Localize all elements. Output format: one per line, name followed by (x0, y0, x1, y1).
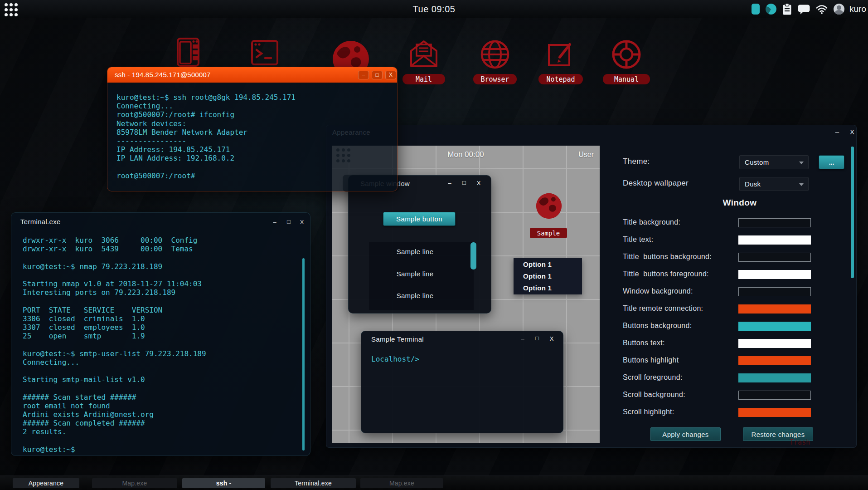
color-swatch[interactable] (738, 218, 811, 227)
taskbar-item-map[interactable]: Map.exe (360, 478, 443, 488)
sample-terminal-title: Sample Terminal (371, 335, 424, 343)
color-row-label: Scroll foreground: (623, 373, 683, 382)
minimize-button[interactable]: – (833, 128, 842, 136)
sample-context-menu: Option 1 Option 1 Option 1 (514, 258, 582, 294)
user-avatar[interactable] (834, 4, 844, 15)
lifebuoy-icon[interactable] (609, 37, 644, 74)
color-swatch[interactable] (738, 270, 811, 279)
color-swatch[interactable] (738, 235, 811, 245)
theme-dropdown[interactable]: Custom (739, 155, 809, 169)
trash-icon-label[interactable]: Trash (790, 438, 810, 446)
color-swatch[interactable] (738, 391, 811, 400)
apply-changes-button[interactable]: Apply changes (650, 427, 721, 441)
terminal-output: drwxr-xr-x kuro 3066 00:00 Config drwxr-… (23, 236, 206, 454)
close-button[interactable]: X (547, 335, 556, 342)
pencil-note-icon[interactable] (543, 37, 578, 74)
terminal-window: Terminal.exe – □ X drwxr-xr-x kuro 3066 … (11, 212, 310, 456)
settings-scrollbar[interactable] (851, 147, 854, 278)
minimize-button[interactable]: – (518, 335, 527, 342)
maximize-button[interactable]: □ (372, 71, 383, 79)
color-row-label: Title remote connection: (623, 304, 703, 313)
status-square-icon[interactable] (752, 4, 760, 15)
sample-icon-label[interactable]: Sample (530, 228, 567, 238)
color-row-label: Buttons background: (623, 322, 692, 330)
system-tray: kuro (752, 0, 866, 18)
color-row-label: Tittle buttons background: (623, 253, 712, 261)
wifi-icon[interactable] (816, 5, 828, 14)
taskbar-item-ssh[interactable]: ssh - (182, 478, 265, 488)
color-row-label: Window background: (623, 287, 693, 295)
close-button[interactable]: X (297, 219, 306, 225)
taskbar-item-appearance[interactable]: Appearance (13, 478, 79, 488)
sample-list: Sample line Sample line Sample line (369, 242, 474, 310)
browse-button[interactable]: ... (819, 155, 844, 169)
sample-terminal-prompt: Localhost/> (371, 355, 419, 363)
desktop-icon-label[interactable]: Manual (603, 74, 650, 84)
desktop-icon-label[interactable]: Mail (402, 74, 445, 84)
app-window-icon[interactable] (174, 37, 203, 69)
color-swatch[interactable] (738, 287, 811, 296)
close-button[interactable]: X (848, 128, 857, 136)
taskbar-item-terminal[interactable]: Terminal.exe (271, 478, 356, 488)
minimize-button[interactable]: – (270, 219, 279, 225)
ssh-terminal-output: kuro@test:~$ ssh root@g8gk 194.85.245.17… (116, 93, 296, 180)
color-row-label: Scroll highlight: (623, 408, 674, 416)
sample-list-item[interactable]: Sample line (363, 292, 467, 299)
chat-icon[interactable] (798, 4, 810, 15)
maximize-button[interactable]: □ (533, 335, 542, 342)
desktop-icon-label[interactable]: Browser (473, 74, 517, 84)
top-bar: Tue 09:05 kuro (0, 0, 868, 18)
color-row-label: Title text: (623, 235, 654, 244)
sample-list-item[interactable]: Sample line (363, 248, 467, 255)
window-title: Terminal.exe (20, 218, 61, 225)
sample-globe-icon[interactable] (535, 192, 563, 222)
terminal-icon[interactable] (250, 39, 280, 68)
clipboard-icon[interactable] (782, 3, 792, 15)
desktop-icon-label[interactable]: Notepad (538, 74, 583, 84)
status-pie-icon[interactable] (766, 4, 776, 15)
sample-list-item[interactable]: Sample line (363, 270, 467, 278)
ssh-window: ssh - 194.85.245.171@500007 – □ X kuro@t… (107, 67, 398, 191)
color-swatch[interactable] (738, 322, 811, 331)
username-label: kuro (849, 4, 866, 14)
preview-clock: Mon 00:00 (447, 150, 484, 159)
theme-value: Custom (745, 158, 769, 166)
sample-scrollbar[interactable] (470, 242, 476, 270)
taskbar-item-map[interactable]: Map.exe (92, 478, 177, 488)
terminal-scrollbar[interactable] (302, 258, 305, 451)
ssh-titlebar[interactable]: ssh - 194.85.245.171@500007 – □ X (107, 67, 397, 83)
sample-window: Sample window – □ X Sample button Sample… (348, 175, 491, 314)
color-row-label: Scroll background: (623, 391, 685, 399)
maximize-button[interactable]: □ (460, 179, 469, 186)
system-clock: Tue 09:05 (413, 4, 456, 15)
desktop: Tue 09:05 kuro (0, 0, 868, 490)
maximize-button[interactable]: □ (284, 218, 293, 225)
color-swatch[interactable] (738, 408, 811, 417)
menu-option[interactable]: Option 1 (514, 282, 582, 294)
chevron-down-icon (799, 162, 804, 164)
color-swatch[interactable] (738, 304, 811, 314)
theme-label: Theme: (623, 157, 650, 166)
color-swatch[interactable] (738, 373, 811, 382)
minimize-button[interactable]: – (445, 180, 454, 186)
menu-option[interactable]: Option 1 (514, 270, 582, 282)
color-row-label: Tittle buttons foreground: (623, 270, 709, 278)
wallpaper-dropdown[interactable]: Dusk (739, 177, 809, 191)
wallpaper-value: Dusk (745, 180, 761, 188)
color-row-label: Buttons text: (623, 339, 665, 347)
envelope-icon[interactable] (407, 37, 441, 74)
appearance-window: Appearance – X Mon 00:00 User Sample win… (326, 125, 857, 448)
menu-option[interactable]: Option 1 (514, 258, 582, 270)
app-grid-icon[interactable] (5, 3, 18, 16)
color-swatch[interactable] (738, 253, 811, 262)
window-title: ssh - 194.85.245.171@500007 (115, 71, 211, 78)
sample-button[interactable]: Sample button (383, 212, 456, 226)
minimize-button[interactable]: – (358, 71, 369, 79)
globe-wire-icon[interactable] (478, 37, 512, 74)
close-button[interactable]: X (474, 180, 483, 186)
close-button[interactable]: X (385, 71, 396, 79)
color-swatch[interactable] (738, 339, 811, 348)
color-row-label: Buttons highlight (623, 356, 679, 364)
preview-username: User (578, 151, 594, 159)
color-swatch[interactable] (738, 356, 811, 365)
